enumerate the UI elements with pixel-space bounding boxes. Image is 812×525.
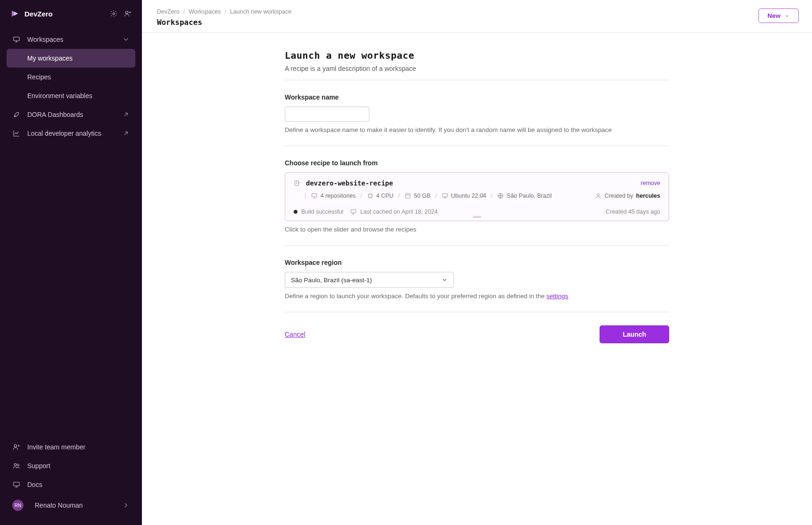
svg-point-0 [113,13,115,15]
new-button[interactable]: New [758,8,799,23]
svg-rect-11 [443,193,448,197]
svg-point-3 [14,445,16,447]
recipe-remove-link[interactable]: remove [640,180,660,186]
recipe-name: devzero-website-recipe [306,179,393,187]
svg-rect-2 [14,37,19,41]
chart-icon [12,130,21,137]
new-button-label: New [767,12,781,19]
recipe-age: Created 45 days ago [606,208,660,215]
workspace-name-input[interactable] [285,107,369,122]
created-by-name: hercules [636,193,660,199]
svg-rect-6 [14,482,19,486]
svg-point-10 [406,193,410,195]
recipe-repos: 4 repositories [320,193,356,199]
svg-point-5 [17,464,19,466]
svg-rect-14 [351,209,356,213]
sidebar-label: Workspaces [27,36,63,43]
brand-logo-icon [10,9,19,18]
chevron-down-icon [784,13,790,19]
cpu-icon [367,193,374,199]
breadcrumb-item[interactable]: Workspaces [188,8,221,15]
svg-point-4 [14,463,16,466]
sidebar-item-env-vars[interactable]: Environment variables [7,86,135,105]
region-select[interactable]: São Paulo, Brazil (sa-east-1) [285,272,454,288]
avatar: RN [12,500,23,511]
form-title: Launch a new workspace [285,50,669,61]
sidebar-label: Local developer analytics [27,130,101,137]
gear-icon[interactable] [110,10,117,17]
region-help: Define a region to launch your workspace… [285,293,669,300]
sidebar-item-support[interactable]: Support [7,456,135,475]
region-help-text: Define a region to launch your workspace… [285,293,547,300]
launch-button[interactable]: Launch [600,325,669,343]
page-title: Workspaces [157,18,291,27]
user-name: Renato Nouman [35,502,83,509]
recipe-cached: Last cached on April 18, 2024 [360,208,438,215]
recipe-region: São Paulo, Brazil [507,193,552,199]
repo-icon [311,193,318,199]
chevron-down-icon [122,36,130,43]
chevron-down-icon [441,277,448,283]
brand[interactable]: DevZero [10,9,53,18]
sidebar-item-docs[interactable]: Docs [7,475,135,494]
recipe-icon [294,180,300,186]
sidebar-label: Support [27,462,50,470]
sidebar-item-analytics[interactable]: Local developer analytics [7,124,135,143]
monitor-icon [350,208,357,215]
sidebar-label: Recipes [27,73,51,81]
brand-name: DevZero [24,10,53,18]
settings-link[interactable]: settings [547,293,569,300]
rocket-icon [12,111,21,118]
sidebar-label: Invite team member [27,443,86,451]
globe-icon [497,193,504,199]
created-by-label: Created by [604,193,633,199]
sidebar-label: Environment variables [27,92,93,100]
sidebar-item-my-workspaces[interactable]: My workspaces [7,49,135,68]
workspace-name-label: Workspace name [285,93,669,101]
sidebar-item-workspaces[interactable]: Workspaces [7,30,135,49]
user-icon [595,193,601,199]
svg-point-13 [597,193,600,196]
workspace-name-help: Define a workspace name to make it easie… [285,126,669,133]
breadcrumb: DevZero/Workspaces/Launch new workspace [157,8,291,15]
drag-handle-icon[interactable] [473,216,481,218]
sidebar-item-recipes[interactable]: Recipes [7,68,135,86]
recipe-card[interactable]: devzero-website-recipe remove 4 reposito… [285,172,669,221]
external-link-icon [122,111,130,118]
workspaces-icon [12,36,21,43]
external-link-icon [122,130,130,137]
build-status: Build successful [301,208,344,215]
sidebar-label: DORA Dashboards [27,111,83,118]
breadcrumb-item: Launch new workspace [230,8,291,15]
sidebar-label: My workspaces [27,54,72,62]
svg-rect-9 [368,194,372,198]
add-user-icon [12,443,21,451]
sidebar-item-invite[interactable]: Invite team member [7,438,135,456]
breadcrumb-item[interactable]: DevZero [157,8,180,15]
docs-icon [12,481,21,488]
cancel-button[interactable]: Cancel [285,331,305,338]
status-dot-icon [294,210,297,214]
region-value: São Paulo, Brazil (sa-east-1) [291,277,372,284]
sidebar-item-dora[interactable]: DORA Dashboards [7,105,135,124]
svg-rect-8 [312,193,317,197]
sidebar-label: Docs [27,481,42,488]
disk-icon [405,193,411,199]
svg-point-1 [125,11,128,14]
chevron-right-icon [122,502,130,509]
recipe-cpu: 4 CPU [376,193,394,199]
recipe-os: Ubuntu 22.04 [451,193,486,199]
recipe-help: Click to open the slider and browse the … [285,226,669,233]
sidebar-item-user[interactable]: RNRenato Nouman [7,494,135,517]
recipe-label: Choose recipe to launch from [285,159,669,167]
region-label: Workspace region [285,259,669,266]
form-subtitle: A recipe is a yaml description of a work… [285,65,669,72]
recipe-disk: 50 GB [414,193,430,199]
users-icon [12,462,21,470]
os-icon [442,193,448,199]
add-user-icon[interactable] [124,10,132,17]
